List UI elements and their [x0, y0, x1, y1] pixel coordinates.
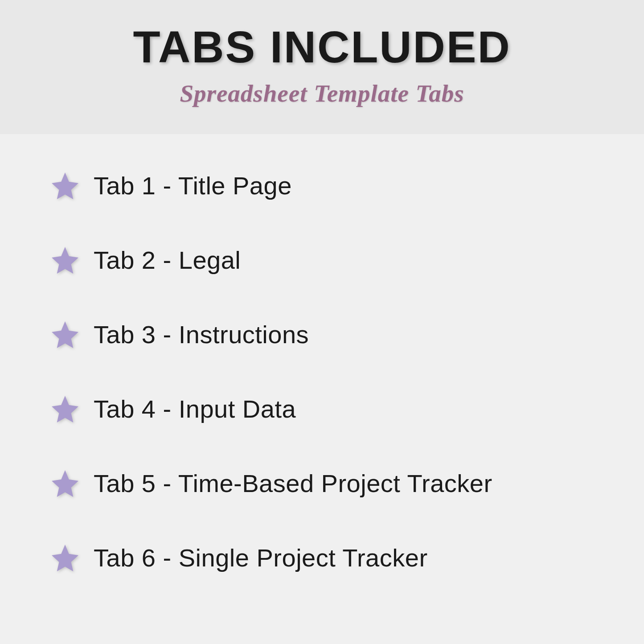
header: TABS INCLUDED Spreadsheet Template Tabs [0, 0, 644, 134]
star-icon [49, 468, 81, 500]
list-item: Tab 2 - Legal [49, 244, 599, 276]
list-item-label: Tab 4 - Input Data [94, 397, 296, 422]
list-item: Tab 1 - Title Page [49, 170, 599, 202]
star-icon [49, 393, 81, 425]
tabs-list: Tab 1 - Title Page Tab 2 - Legal Tab 3 -… [0, 134, 644, 574]
list-item: Tab 4 - Input Data [49, 393, 599, 425]
list-item: Tab 3 - Instructions [49, 319, 599, 351]
page-title: TABS INCLUDED [0, 22, 644, 71]
list-item-label: Tab 6 - Single Project Tracker [94, 546, 428, 570]
list-item-label: Tab 2 - Legal [94, 248, 241, 273]
star-icon [49, 170, 81, 202]
list-item-label: Tab 3 - Instructions [94, 322, 309, 347]
star-icon [49, 542, 81, 574]
list-item: Tab 6 - Single Project Tracker [49, 542, 599, 574]
star-icon [49, 244, 81, 276]
list-item-label: Tab 5 - Time-Based Project Tracker [94, 471, 492, 496]
list-item: Tab 5 - Time-Based Project Tracker [49, 468, 599, 500]
list-item-label: Tab 1 - Title Page [94, 173, 292, 198]
page-subtitle: Spreadsheet Template Tabs [0, 79, 644, 107]
star-icon [49, 319, 81, 351]
